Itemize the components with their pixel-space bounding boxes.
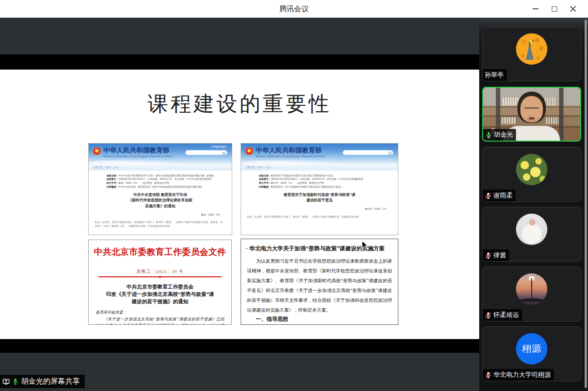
participant-name-tag: 谢雨柔 xyxy=(483,190,515,201)
participant-tile-hujinguang[interactable]: 胡金光 xyxy=(482,87,581,142)
document-section-heading: 一、指导思想 xyxy=(256,316,398,323)
avatar xyxy=(516,273,547,305)
avatar xyxy=(516,154,547,185)
mic-on-icon xyxy=(485,131,492,139)
red-divider: ★ xyxy=(98,276,221,277)
mic-muted-icon xyxy=(485,252,492,259)
participant-name-tag: 律茵 xyxy=(483,249,509,261)
mouse-cursor xyxy=(362,241,368,252)
star-icon: ★ xyxy=(158,274,162,279)
mic-muted-icon xyxy=(485,312,492,319)
participant-tile-lvyin[interactable]: 律茵 xyxy=(482,207,581,262)
participant-name: 华北电力大学司栩源 xyxy=(493,370,551,379)
national-emblem-icon xyxy=(245,147,253,155)
document-number: 教社科〔2018〕1号 xyxy=(241,207,386,211)
screen-share-banner: 胡金光的屏幕共享 xyxy=(0,375,85,388)
participant-tile-sixuyuan[interactable]: 栩源 华北电力大学司栩源 xyxy=(482,326,581,381)
window-titlebar: 腾讯会议 xyxy=(0,0,588,18)
document-body: 为认真贯彻习近平总书记在学校思想政治理论课教师座谈会上的讲话精神，根据中央宣传部… xyxy=(247,256,392,315)
document-title: 中共北京市委教育工作委员会 印发《关于进一步加强北京高校“形势与政策”课 建设的… xyxy=(89,283,231,305)
avatar-figure xyxy=(526,41,534,60)
moe-site-title: 中华人民共和国教育部 xyxy=(103,146,199,155)
document-number: 教材〔2020〕6号 xyxy=(89,213,220,217)
participant-name-tag: 华北电力大学司栩源 xyxy=(483,369,554,381)
maximize-icon xyxy=(552,6,557,12)
close-button[interactable] xyxy=(564,0,582,18)
document-body: 《关于进一步加强北京高校“形势与政策”课建设的若干措施》已经 2021 年第 1… xyxy=(96,316,224,325)
moe-header: 中华人民共和国教育部 Ministry of Education of the … xyxy=(89,144,232,164)
document-ncepu-plan: · 华北电力大学关于加强“形势与政策”课建设的实施方案 为认真贯彻习近平总书记在… xyxy=(241,239,398,325)
participant-name-tag: 胡金光 xyxy=(483,129,516,141)
document-metadata: 信息名称：教育部关于加强新时代高校“形势与政策”课建设的若干意见 信息索引：36… xyxy=(259,173,398,189)
panel-scrollbar[interactable] xyxy=(585,20,587,388)
presentation-slide: 课程建设的重要性 中华人民共和国教育部 Ministry of Educatio… xyxy=(0,70,479,339)
tencent-meeting-window: 腾讯会议 课程建设的重要性 中华人民共和国教育部 Ministry of Edu… xyxy=(0,0,588,391)
document-beijing-committee: 中共北京市委教育工作委员会文件 京教工〔2021〕39 号 ★ 中共北京市委教育… xyxy=(88,240,232,325)
participant-name: 怀柔靖远 xyxy=(493,311,519,319)
avatar-initials: 栩源 xyxy=(522,342,541,355)
mic-muted-icon xyxy=(485,192,492,199)
window-title: 腾讯会议 xyxy=(0,0,588,18)
document-title: 中共中央宣传部 教育部关于印发 《新时代学校思想政治理论课改革创新 实施方案》的… xyxy=(89,192,232,209)
mic-on-icon xyxy=(12,378,19,385)
document-moe-2018: 中华人民共和国教育部 Ministry of Education of the … xyxy=(241,143,398,235)
shared-screen-area: 课程建设的重要性 中华人民共和国教育部 Ministry of Educatio… xyxy=(0,18,479,391)
document-salutation: 各省、自治区、直辖市党委教育工作部门、教育厅（教委），新疆生产建设兵团教育局，部… xyxy=(247,215,389,219)
participant-tile-huairoujingyuan[interactable]: 怀柔靖远 xyxy=(482,267,581,321)
maximize-button[interactable] xyxy=(545,0,564,18)
participant-name-tag: 怀柔靖远 xyxy=(483,309,522,321)
red-document-header: 中共北京市委教育工作委员会文件 xyxy=(89,246,231,258)
screen-share-label: 胡金光的屏幕共享 xyxy=(21,377,80,386)
document-moe-2020: 中华人民共和国教育部 Ministry of Education of the … xyxy=(88,143,232,235)
moe-top-link: Languages xyxy=(211,145,227,148)
participant-name: 谢雨柔 xyxy=(493,191,513,200)
document-title: · 华北电力大学关于加强“形势与政策”课建设的实施方案 xyxy=(246,245,393,252)
document-metadata: 信息名称：中共中央宣传部 教育部关于印发《新时代学校思想政治理论课改革创新实施方… xyxy=(106,173,232,189)
search-input xyxy=(185,150,227,155)
avatar xyxy=(516,33,547,65)
moe-header: 中华人民共和国教育部 Ministry of Education of the … xyxy=(241,144,398,164)
minimize-button[interactable] xyxy=(526,0,545,18)
participant-tile-xieyurou[interactable]: 谢雨柔 xyxy=(482,147,581,202)
participant-name: 胡金光 xyxy=(494,130,513,139)
participant-tile-suncuiting[interactable]: 孙翠亭 xyxy=(482,26,581,81)
moe-site-subtitle: Ministry of Education of the People's Re… xyxy=(256,155,324,158)
participants-panel: 孙翠亭 胡金光 xyxy=(479,18,588,391)
participant-name-tag: 孙翠亭 xyxy=(483,69,507,81)
slide-title: 课程建设的重要性 xyxy=(0,90,479,118)
document-title: 教育部关于加强新时代高校“形势与政策”课 建设的若干意见 xyxy=(241,192,398,203)
participant-name: 孙翠亭 xyxy=(485,71,504,79)
screen-share-icon xyxy=(2,378,10,385)
minimize-icon xyxy=(533,8,539,9)
national-emblem-icon xyxy=(93,147,101,155)
document-salutation: 各省、自治区、直辖市党委宣传部、党委教育工作部门、教育厅（教委），新疆生产建设兵… xyxy=(95,220,222,229)
moe-site-subtitle: Ministry of Education of the People's Re… xyxy=(103,155,172,158)
avatar xyxy=(516,214,547,245)
letterbox-bottom xyxy=(0,339,479,353)
avatar: 栩源 xyxy=(516,333,547,365)
document-salutation: 各高等学校党委： xyxy=(96,310,231,315)
mic-muted-icon xyxy=(485,371,492,379)
letterbox-top xyxy=(0,54,479,70)
moe-site-title: 中华人民共和国教育部 xyxy=(256,146,351,155)
close-icon xyxy=(570,6,576,12)
participant-name: 律茵 xyxy=(493,251,506,260)
window-controls xyxy=(526,0,582,18)
avatar-flower xyxy=(529,39,535,44)
search-input xyxy=(343,150,393,155)
